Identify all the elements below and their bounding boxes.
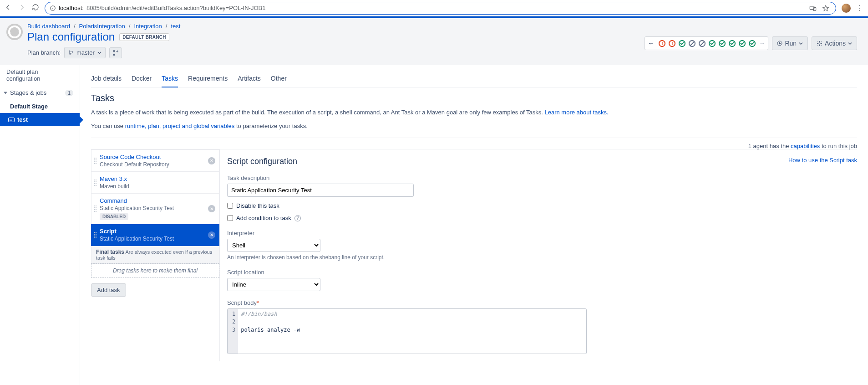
status-back-icon[interactable]: ← xyxy=(648,40,655,47)
delete-task-icon[interactable]: ✕ xyxy=(208,157,215,164)
script-body-editor[interactable]: 123 #!/bin/bash polaris analyze -w xyxy=(227,308,587,354)
task-list: Source Code Checkout Checkout Default Re… xyxy=(91,149,220,361)
delete-task-icon[interactable]: ✕ xyxy=(208,205,215,212)
breadcrumb-link[interactable]: PolarisIntegration xyxy=(79,23,125,30)
branch-icon xyxy=(68,50,74,56)
build-status-fail-icon[interactable] xyxy=(659,40,665,47)
final-tasks-header: Final tasks Are always executed even if … xyxy=(91,246,219,264)
build-status-fail-icon[interactable] xyxy=(669,40,675,47)
devices-icon[interactable] xyxy=(809,5,817,11)
add-condition-label: Add condition to task xyxy=(236,215,291,221)
tabs: Job details Docker Tasks Requirements Ar… xyxy=(91,71,857,87)
disabled-tag: DISABLED xyxy=(100,213,128,220)
final-tasks-dropzone[interactable]: Drag tasks here to make them final xyxy=(91,263,219,278)
svg-point-12 xyxy=(819,42,820,44)
job-icon xyxy=(8,118,15,122)
tasks-description: A task is a piece of work that is being … xyxy=(91,108,857,117)
add-task-button[interactable]: Add task xyxy=(91,283,126,297)
chevron-down-icon xyxy=(848,41,852,46)
app-logo[interactable] xyxy=(6,24,23,40)
chevron-down-icon xyxy=(97,51,102,55)
back-icon[interactable] xyxy=(5,4,12,12)
form-title: Script configuration xyxy=(227,157,297,166)
capabilities-link[interactable]: capabilities xyxy=(791,143,820,149)
agent-capabilities-text: 1 agent has the capabilities to run this… xyxy=(91,138,857,149)
sidebar-item-stages-jobs[interactable]: Stages & jobs 1 xyxy=(0,86,80,100)
browser-toolbar: localhost:8085/build/admin/edit/editBuil… xyxy=(0,0,868,16)
build-status-pass-icon[interactable] xyxy=(719,40,726,47)
tab-other[interactable]: Other xyxy=(271,71,287,87)
task-item-maven[interactable]: Maven 3.x Maven build xyxy=(91,172,219,194)
info-icon xyxy=(50,5,56,11)
svg-point-8 xyxy=(72,51,73,52)
gear-icon xyxy=(817,41,822,46)
chevron-down-icon xyxy=(799,41,803,46)
build-status-strip: ← → xyxy=(645,36,768,50)
svg-point-6 xyxy=(69,51,71,52)
branch-selector[interactable]: master xyxy=(64,47,106,58)
url-bar[interactable]: localhost:8085/build/admin/edit/editBuil… xyxy=(45,2,836,15)
build-status-pass-icon[interactable] xyxy=(709,40,716,47)
disable-task-label: Disable this task xyxy=(236,202,279,209)
tab-requirements[interactable]: Requirements xyxy=(188,71,228,87)
drag-handle-icon[interactable] xyxy=(93,231,97,239)
stages-count-badge: 1 xyxy=(65,90,73,96)
variables-link[interactable]: runtime, plan, project and global variab… xyxy=(125,123,235,129)
sidebar-job-item[interactable]: test xyxy=(0,113,80,126)
breadcrumb-link[interactable]: Integration xyxy=(134,23,162,30)
interpreter-select[interactable]: Shell xyxy=(227,239,320,252)
build-status-pass-icon[interactable] xyxy=(679,40,685,47)
plan-branch-label: Plan branch: xyxy=(27,49,61,56)
script-location-select[interactable]: Inline xyxy=(227,278,320,291)
svg-point-10 xyxy=(113,54,115,55)
sidebar-stage-label[interactable]: Default Stage xyxy=(0,100,80,113)
tab-docker[interactable]: Docker xyxy=(132,71,152,87)
forward-icon[interactable] xyxy=(18,4,25,12)
tab-tasks[interactable]: Tasks xyxy=(162,71,178,87)
section-title: Tasks xyxy=(91,93,857,103)
kebab-icon[interactable]: ⋮ xyxy=(856,4,863,12)
tab-artifacts[interactable]: Artifacts xyxy=(238,71,261,87)
build-status-skip-icon[interactable] xyxy=(689,40,695,47)
add-condition-checkbox[interactable] xyxy=(227,215,233,221)
task-item-command[interactable]: Command Static Application Security Test… xyxy=(91,194,219,224)
tab-job-details[interactable]: Job details xyxy=(91,71,122,87)
side-nav: Default plan configuration Stages & jobs… xyxy=(0,65,80,385)
task-description-input[interactable] xyxy=(227,184,414,197)
breadcrumb-link[interactable]: Build dashboard xyxy=(27,23,70,30)
task-item-source-checkout[interactable]: Source Code Checkout Checkout Default Re… xyxy=(91,149,219,172)
branch-badge: DEFAULT BRANCH xyxy=(119,33,169,41)
disable-task-checkbox[interactable] xyxy=(227,203,233,209)
task-config-form: Script configuration How to use the Scri… xyxy=(220,149,857,361)
drag-handle-icon[interactable] xyxy=(93,205,97,212)
task-item-script[interactable]: Script Static Application Security Test … xyxy=(91,224,219,246)
task-desc-label: Task description xyxy=(227,175,857,181)
drag-handle-icon[interactable] xyxy=(93,179,97,186)
page-header: Build dashboard/ PolarisIntegration/ Int… xyxy=(0,18,868,65)
sidebar-item-plan-config[interactable]: Default plan configuration xyxy=(0,65,80,86)
line-gutter: 123 xyxy=(228,309,238,354)
how-to-link[interactable]: How to use the Script task xyxy=(788,157,857,164)
build-status-pass-icon[interactable] xyxy=(739,40,746,47)
create-branch-button[interactable] xyxy=(109,47,122,58)
run-button[interactable]: Run xyxy=(772,36,808,50)
build-status-pass-icon[interactable] xyxy=(749,40,756,47)
page-title: Plan configuration xyxy=(27,31,115,43)
breadcrumb-link[interactable]: test xyxy=(171,23,180,30)
drag-handle-icon[interactable] xyxy=(93,157,97,164)
status-forward-icon: → xyxy=(759,40,765,47)
url-path: 8085/build/admin/edit/editBuildTasks.act… xyxy=(86,5,265,11)
main-content: Job details Docker Tasks Requirements Ar… xyxy=(80,65,868,385)
help-icon[interactable]: ? xyxy=(294,215,301,221)
reload-icon[interactable] xyxy=(32,4,39,12)
build-status-pass-icon[interactable] xyxy=(729,40,736,47)
interpreter-hint: An interpreter is chosen based on the sh… xyxy=(227,254,857,261)
profile-avatar[interactable] xyxy=(842,4,851,13)
delete-task-icon[interactable]: ✕ xyxy=(208,231,215,239)
script-location-label: Script location xyxy=(227,269,857,276)
build-status-skip-icon[interactable] xyxy=(699,40,706,47)
actions-button[interactable]: Actions xyxy=(812,36,857,50)
star-icon[interactable] xyxy=(822,5,829,12)
code-body[interactable]: #!/bin/bash polaris analyze -w xyxy=(238,309,586,354)
learn-more-link[interactable]: Learn more about tasks. xyxy=(545,109,609,116)
